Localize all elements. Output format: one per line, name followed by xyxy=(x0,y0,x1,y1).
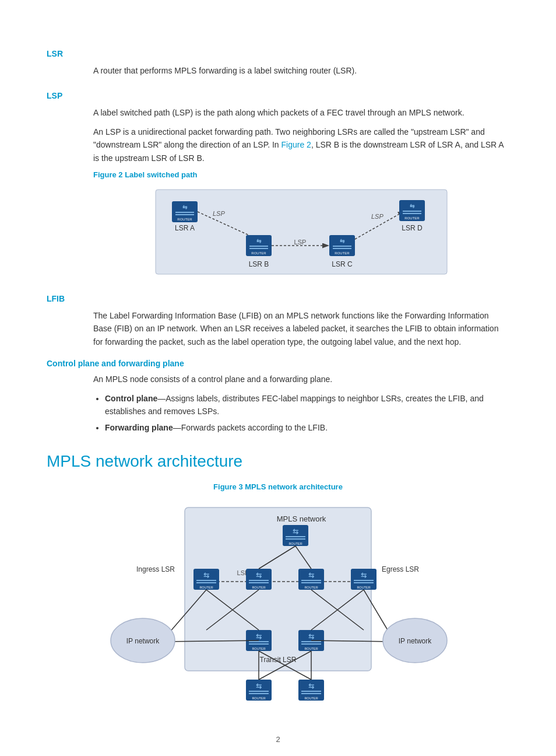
svg-text:⇆: ⇆ xyxy=(293,527,298,536)
svg-rect-86 xyxy=(249,693,269,694)
svg-text:⇆: ⇆ xyxy=(361,571,367,579)
svg-text:⇆: ⇆ xyxy=(340,238,345,244)
bullet-forwarding-plane: Forwarding plane—Forwards packets accord… xyxy=(105,421,509,434)
svg-text:Ingress LSR: Ingress LSR xyxy=(136,565,175,573)
svg-text:ROUTER: ROUTER xyxy=(199,586,213,589)
lsp-body2: An LSP is a unidirectional packet forwar… xyxy=(93,125,509,164)
svg-text:⇆: ⇆ xyxy=(182,204,188,211)
svg-rect-43 xyxy=(196,580,216,581)
mpls-arch-heading: MPLS network architecture xyxy=(47,452,509,471)
svg-text:⇆: ⇆ xyxy=(308,571,314,579)
lsr-section: LSR A router that performs MPLS forwardi… xyxy=(47,49,509,77)
svg-rect-91 xyxy=(301,693,321,694)
lsp-body1: A label switched path (LSP) is the path … xyxy=(93,106,509,119)
svg-rect-54 xyxy=(301,582,321,583)
lsp-section: LSP A label switched path (LSP) is the p… xyxy=(47,91,509,280)
svg-text:ROUTER: ROUTER xyxy=(288,542,302,545)
figure2-link[interactable]: Figure 2 xyxy=(281,140,311,149)
svg-text:⇆: ⇆ xyxy=(256,571,262,579)
svg-text:LSP: LSP xyxy=(294,239,307,246)
svg-text:ROUTER: ROUTER xyxy=(252,647,265,650)
svg-rect-28 xyxy=(403,213,421,214)
svg-text:ROUTER: ROUTER xyxy=(252,696,265,700)
svg-text:⇆: ⇆ xyxy=(308,632,314,640)
svg-rect-20 xyxy=(333,248,351,249)
figure2-label: Figure 2 Label switched path xyxy=(93,170,509,179)
svg-rect-12 xyxy=(249,248,268,249)
svg-text:LSP: LSP xyxy=(371,213,383,220)
svg-text:⇆: ⇆ xyxy=(256,682,262,690)
svg-text:⇆: ⇆ xyxy=(256,238,262,244)
svg-text:⇆: ⇆ xyxy=(308,682,314,690)
svg-text:ROUTER: ROUTER xyxy=(357,586,370,589)
figure3-svg: MPLS network ⇆ ROUTER Ingress LSR LSP ⇆ xyxy=(103,496,453,718)
svg-text:Egress LSR: Egress LSR xyxy=(382,565,419,573)
page-number: 2 xyxy=(47,735,509,744)
svg-rect-4 xyxy=(175,214,194,215)
svg-text:IP network: IP network xyxy=(126,637,160,645)
svg-text:LSR A: LSR A xyxy=(175,224,195,232)
figure3-container: MPLS network ⇆ ROUTER Ingress LSR LSP ⇆ xyxy=(47,496,509,718)
control-plane-bold: Control plane xyxy=(105,394,157,403)
bullet-control-plane: Control plane—Assigns labels, distribute… xyxy=(105,392,509,418)
svg-text:LSP: LSP xyxy=(213,210,225,217)
svg-rect-27 xyxy=(403,211,421,212)
forwarding-plane-bold: Forwarding plane xyxy=(105,423,173,432)
control-plane-intro: An MPLS node consists of a control plane… xyxy=(93,373,509,386)
svg-text:MPLS network: MPLS network xyxy=(277,514,326,523)
svg-text:⇆: ⇆ xyxy=(203,571,209,579)
svg-text:⇆: ⇆ xyxy=(256,632,262,640)
lsr-heading: LSR xyxy=(47,49,509,58)
svg-rect-71 xyxy=(301,641,321,642)
svg-text:ROUTER: ROUTER xyxy=(304,586,318,589)
figure2-svg: ⇆ ROUTER LSR A LSP ⇆ ROUTER LSR B LSP xyxy=(150,184,453,280)
svg-rect-59 xyxy=(354,582,374,583)
control-plane-rest: —Assigns labels, distributes FEC-label m… xyxy=(105,394,484,416)
lfib-body: The Label Forwarding Information Base (L… xyxy=(93,309,509,348)
svg-rect-72 xyxy=(301,643,321,645)
svg-rect-48 xyxy=(249,580,269,581)
svg-rect-67 xyxy=(249,643,269,645)
lsp-heading: LSP xyxy=(47,91,509,100)
lfib-section: LFIB The Label Forwarding Information Ba… xyxy=(47,294,509,348)
control-plane-list: Control plane—Assigns labels, distribute… xyxy=(105,392,509,435)
svg-text:IP network: IP network xyxy=(399,637,432,645)
forwarding-plane-rest: —Forwards packets according to the LFIB. xyxy=(173,423,328,432)
svg-text:ROUTER: ROUTER xyxy=(251,251,266,255)
svg-text:ROUTER: ROUTER xyxy=(404,216,420,220)
figure3-label: Figure 3 MPLS network architecture xyxy=(47,482,509,491)
svg-text:⇆: ⇆ xyxy=(410,203,415,209)
svg-text:ROUTER: ROUTER xyxy=(304,696,318,700)
svg-rect-11 xyxy=(249,246,268,247)
svg-text:ROUTER: ROUTER xyxy=(304,647,318,650)
svg-text:LSR C: LSR C xyxy=(332,260,353,268)
svg-rect-49 xyxy=(249,582,269,583)
svg-rect-85 xyxy=(249,691,269,692)
svg-rect-44 xyxy=(196,582,216,583)
lfib-heading: LFIB xyxy=(47,294,509,303)
svg-rect-19 xyxy=(333,246,351,247)
svg-rect-90 xyxy=(301,691,321,692)
svg-text:LSR B: LSR B xyxy=(249,260,269,268)
svg-rect-3 xyxy=(175,212,194,213)
svg-rect-58 xyxy=(354,580,374,581)
svg-rect-36 xyxy=(286,538,305,540)
svg-text:ROUTER: ROUTER xyxy=(252,586,265,589)
mpls-arch-section: MPLS network architecture Figure 3 MPLS … xyxy=(47,452,509,718)
svg-rect-35 xyxy=(286,536,305,537)
svg-rect-53 xyxy=(301,580,321,581)
control-plane-section: Control plane and forwarding plane An MP… xyxy=(47,359,509,435)
svg-text:ROUTER: ROUTER xyxy=(177,218,192,221)
control-plane-heading: Control plane and forwarding plane xyxy=(47,359,509,368)
svg-rect-66 xyxy=(249,641,269,642)
svg-text:ROUTER: ROUTER xyxy=(335,251,350,255)
figure2-container: ⇆ ROUTER LSR A LSP ⇆ ROUTER LSR B LSP xyxy=(93,184,509,280)
svg-text:Transit LSR: Transit LSR xyxy=(260,656,297,664)
lsr-body: A router that performs MPLS forwarding i… xyxy=(93,64,509,77)
svg-text:LSR D: LSR D xyxy=(402,224,423,232)
